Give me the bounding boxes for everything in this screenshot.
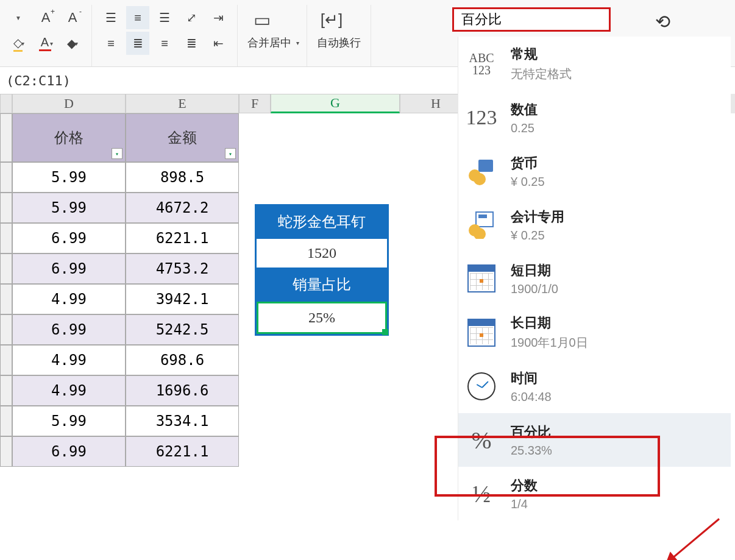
cell[interactable]: 4.99 [12,345,126,375]
col-header-F[interactable]: F [239,94,271,113]
format-long-date[interactable]: 长日期1900年1月0日 [458,305,731,360]
clock-icon [463,368,500,405]
col-header-E[interactable]: E [126,94,239,113]
format-fraction[interactable]: ½ 分数1/4 [458,467,731,520]
cell[interactable]: 6.99 [12,314,126,345]
header-amount: 金额▾ [126,113,239,162]
number-icon: 123 [463,99,500,136]
some-dropdown[interactable]: ▼ [7,6,30,29]
align-top-icon[interactable]: ☰ [99,6,122,29]
cell[interactable]: 3534.1 [126,406,239,436]
col-header-G[interactable]: G [271,94,400,113]
cell[interactable]: 5.99 [12,193,126,223]
cell[interactable]: 4672.2 [126,193,239,223]
format-currency[interactable]: 货币¥ 0.25 [458,144,731,198]
cell[interactable]: 4753.2 [126,253,239,284]
cell[interactable]: 5242.5 [126,314,239,345]
cell[interactable]: 5.99 [12,406,126,436]
info-ratio-label[interactable]: 销量占比 [257,269,387,302]
increase-font-icon[interactable]: A+ [34,6,57,29]
svg-point-2 [474,173,486,185]
fill-color-icon[interactable]: ◇▾ [7,32,30,55]
cell[interactable]: 698.6 [126,345,239,375]
data-table: 价格▾ 金额▾ 5.99898.5 5.994672.2 6.996221.1 … [0,113,239,467]
cell[interactable]: 6.99 [12,436,126,467]
decrease-font-icon[interactable]: A- [61,6,84,29]
info-ratio-value[interactable]: 25% [257,302,387,334]
auto-wrap-label[interactable]: 自动换行 [314,35,363,50]
svg-rect-4 [478,214,487,218]
decrease-indent-icon[interactable]: ⇤ [207,32,230,55]
cell[interactable]: 5.99 [12,162,126,193]
format-time[interactable]: 时间6:04:48 [458,360,731,413]
cell[interactable]: 6.99 [12,253,126,284]
calendar-icon [463,314,500,351]
eraser-icon[interactable]: ◆▾ [61,32,84,55]
cell[interactable]: 3942.1 [126,284,239,314]
accounting-icon [463,207,500,243]
distribute-icon[interactable]: ≣ [180,32,203,55]
wrap-text-icon[interactable]: [↵] [314,6,349,33]
align-left-icon[interactable]: ≡ [99,32,122,55]
calendar-icon [463,260,500,297]
format-general[interactable]: ABC123 常规无特定格式 [458,37,731,91]
cell[interactable]: 1696.6 [126,375,239,406]
cell[interactable]: 6221.1 [126,436,239,467]
format-number[interactable]: 123 数值0.25 [458,91,731,144]
info-qty[interactable]: 1520 [257,239,387,269]
merge-center-label[interactable]: 合并居中 [245,35,294,50]
header-price: 价格▾ [12,113,126,162]
cell[interactable]: 6221.1 [126,223,239,253]
filter-icon[interactable]: ▾ [225,148,236,159]
svg-rect-3 [476,212,493,227]
align-right-icon[interactable]: ≡ [153,32,176,55]
fraction-icon: ½ [463,475,500,512]
merge-cells-icon[interactable]: ▭ [245,6,279,33]
filter-icon[interactable]: ▾ [112,148,122,159]
orientation-icon[interactable]: ⤢ [180,6,203,29]
arrow-annotation [662,518,720,560]
align-middle-icon[interactable]: ≡ [126,6,149,29]
svg-rect-0 [478,160,493,172]
info-product[interactable]: 蛇形金色耳钉 [257,206,387,239]
cell[interactable]: 4.99 [12,375,126,406]
col-header-D[interactable]: D [12,94,126,113]
undo-icon[interactable]: ⟲ [655,11,670,32]
general-icon: ABC123 [463,46,500,82]
formula-text: (C2:C11) [6,73,71,88]
cell[interactable]: 4.99 [12,284,126,314]
format-percentage[interactable]: % 百分比25.33% [458,413,731,467]
align-center-icon[interactable]: ≣ [126,32,149,55]
info-box: 蛇形金色耳钉 1520 销量占比 25% [255,204,389,336]
number-format-selector[interactable]: 百分比 [452,7,611,32]
align-bottom-icon[interactable]: ☰ [153,6,176,29]
cell[interactable]: 6.99 [12,223,126,253]
percent-icon: % [463,422,500,458]
font-color-icon[interactable]: A▾ [34,32,57,55]
format-accounting[interactable]: 会计专用¥ 0.25 [458,198,731,252]
cell[interactable]: 898.5 [126,162,239,193]
currency-icon [463,153,500,190]
increase-indent-icon[interactable]: ⇥ [207,6,230,29]
format-short-date[interactable]: 短日期1900/1/0 [458,252,731,305]
number-format-dropdown: ABC123 常规无特定格式 123 数值0.25 货币¥ 0.25 会计专用¥… [458,37,731,520]
